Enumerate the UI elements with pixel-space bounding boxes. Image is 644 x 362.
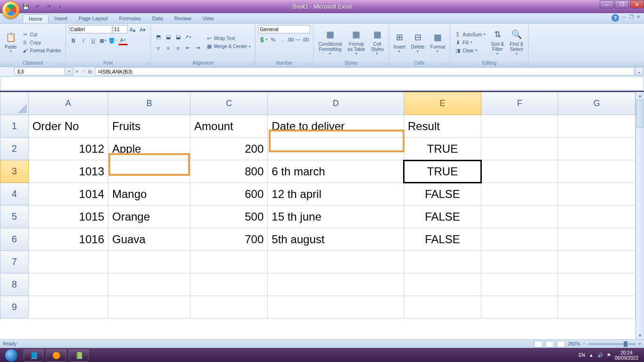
cell-G2[interactable] [558, 138, 636, 160]
cell-F3[interactable] [481, 160, 558, 183]
tray-lang[interactable]: EN [578, 353, 585, 358]
cell-B5[interactable]: Orange [108, 206, 190, 228]
cell-D6[interactable]: 5th august [268, 228, 404, 251]
col-header-G[interactable]: G [558, 92, 636, 115]
cell-C4[interactable]: 600 [190, 183, 268, 206]
cell-E1[interactable]: Result [404, 115, 481, 138]
row-header-4[interactable]: 4 [0, 183, 29, 206]
select-all-corner[interactable] [0, 92, 29, 115]
font-name-select[interactable] [69, 25, 112, 33]
tray-clock[interactable]: 20:24 06/09/2022 [615, 350, 638, 361]
wrap-text-button[interactable]: ↩Wrap Text [205, 35, 253, 42]
scroll-up-icon[interactable]: ▲ [636, 92, 644, 99]
cell-F4[interactable] [481, 183, 558, 206]
expand-formula-icon[interactable]: ⌄ [635, 67, 644, 75]
fill-color-button[interactable]: 🪣 [108, 36, 118, 45]
cell-A3[interactable]: 1013 [28, 160, 108, 183]
view-normal-icon[interactable] [534, 341, 543, 347]
autosum-button[interactable]: ΣAutoSum [453, 31, 487, 38]
zoom-level[interactable]: 260% [568, 341, 580, 346]
col-header-C[interactable]: C [190, 92, 268, 115]
cell-C6[interactable]: 700 [190, 228, 268, 251]
cell-B2[interactable]: Apple [108, 138, 190, 160]
cell-B1[interactable]: Fruits [108, 115, 190, 138]
cell-C7[interactable] [190, 251, 268, 273]
cell-D5[interactable]: 15 th june [268, 206, 404, 228]
cell-A1[interactable]: Order No [28, 115, 108, 138]
cell-E9[interactable] [404, 296, 481, 319]
cell-A5[interactable]: 1015 [28, 206, 108, 228]
tab-formulas[interactable]: Formulas [114, 14, 147, 23]
help-icon[interactable]: ? [611, 14, 619, 22]
zoom-out-icon[interactable]: − [583, 341, 586, 346]
cell-G3[interactable] [558, 160, 636, 183]
bold-button[interactable]: B [69, 36, 78, 45]
view-break-icon[interactable] [557, 341, 565, 347]
sheet-scroll[interactable]: ABCDEFG1Order NoFruitsAmountDate to deli… [0, 92, 636, 339]
cell-G1[interactable] [558, 115, 636, 138]
start-button[interactable] [2, 349, 21, 362]
insert-cells-button[interactable]: ⊞Insert▾ [392, 25, 407, 60]
maximize-button[interactable]: ❐ [615, 0, 629, 8]
cell-E4[interactable]: FALSE [404, 183, 481, 206]
cell-F8[interactable] [481, 273, 558, 296]
cell-styles-button[interactable]: ▦Cell Styles▾ [369, 25, 385, 60]
cell-D7[interactable] [268, 251, 404, 273]
cell-G4[interactable] [558, 183, 636, 206]
cell-E7[interactable] [404, 251, 481, 273]
row-header-6[interactable]: 6 [0, 228, 29, 251]
view-layout-icon[interactable] [545, 341, 554, 347]
cell-G5[interactable] [558, 206, 636, 228]
zoom-in-icon[interactable]: + [638, 341, 641, 346]
cell-A2[interactable]: 1012 [28, 138, 108, 160]
save-icon[interactable]: 💾 [21, 2, 31, 11]
format-cells-button[interactable]: ▦Format▾ [429, 25, 447, 60]
fx-icon[interactable]: fx [88, 69, 92, 74]
align-middle-icon[interactable]: ⬓ [164, 33, 173, 42]
cell-D8[interactable] [268, 273, 404, 296]
name-box[interactable]: E3 [14, 67, 65, 75]
tab-home[interactable]: Home [23, 14, 49, 23]
task-browser[interactable]: 🟠 [46, 349, 66, 362]
col-header-B[interactable]: B [108, 92, 190, 115]
orientation-icon[interactable]: ➚ [183, 33, 193, 42]
enter-formula-icon[interactable]: ✓ [82, 69, 85, 74]
row-header-9[interactable]: 9 [0, 296, 29, 319]
zoom-slider[interactable] [588, 343, 636, 345]
cell-F9[interactable] [481, 296, 558, 319]
cell-C3[interactable]: 800 [190, 160, 268, 183]
underline-button[interactable]: U [89, 36, 98, 45]
row-header-1[interactable]: 1 [0, 115, 29, 138]
cell-G8[interactable] [558, 273, 636, 296]
row-header-3[interactable]: 3 [0, 160, 29, 183]
number-format-select[interactable] [258, 25, 310, 33]
cell-E5[interactable]: FALSE [404, 206, 481, 228]
merge-center-button[interactable]: ▦Merge & Center [205, 43, 253, 50]
grid[interactable]: ABCDEFG1Order NoFruitsAmountDate to deli… [0, 92, 636, 319]
cell-E8[interactable] [404, 273, 481, 296]
zoom-thumb[interactable] [624, 341, 627, 347]
clear-button[interactable]: ◨Clear [453, 47, 487, 54]
redo-icon[interactable]: ↷ [44, 2, 53, 11]
cell-A4[interactable]: 1014 [28, 183, 108, 206]
grow-font-icon[interactable]: A▴ [128, 25, 138, 34]
doc-min-icon[interactable]: ❐ [629, 14, 634, 22]
name-box-dropdown[interactable]: ▾ [66, 67, 73, 75]
cell-E6[interactable]: FALSE [404, 228, 481, 251]
formula-expand-area[interactable] [0, 76, 644, 90]
cell-D2[interactable] [268, 138, 404, 160]
close-button[interactable]: ✕ [630, 0, 644, 8]
cell-C1[interactable]: Amount [190, 115, 268, 138]
conditional-formatting-button[interactable]: ▦Conditional Formatting▾ [316, 25, 344, 60]
cell-D3[interactable]: 6 th march [268, 160, 404, 183]
cell-B3[interactable] [108, 160, 190, 183]
font-color-button[interactable]: A [118, 36, 128, 45]
cell-G6[interactable] [558, 228, 636, 251]
tray-net-icon[interactable]: ▲ [589, 353, 594, 358]
indent-inc-icon[interactable]: ⇥ [193, 43, 203, 53]
min-ribbon-icon[interactable]: — [622, 14, 627, 22]
tray-flag-icon[interactable]: ⚑ [607, 353, 611, 358]
scroll-thumb[interactable] [636, 99, 644, 128]
cell-F5[interactable] [481, 206, 558, 228]
row-header-5[interactable]: 5 [0, 206, 29, 228]
